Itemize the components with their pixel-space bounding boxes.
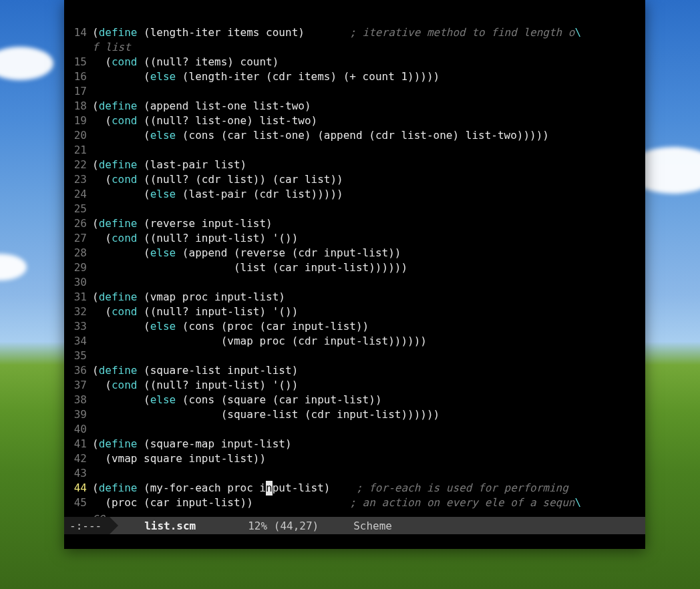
line-number: 40 [69,422,92,437]
code-text [92,143,641,158]
code-text: (cond ((null? input-list) '()) [92,378,641,393]
code-line[interactable]: 26(define (reverse input-list) [69,216,641,231]
code-text [92,349,641,363]
code-text: (square-list (cdr input-list)))))) [92,407,641,422]
code-text: (define (reverse input-list) [92,216,641,231]
line-number: 42 [69,451,92,466]
code-line[interactable]: 37 (cond ((null? input-list) '()) [69,378,641,393]
code-line[interactable]: 42 (vmap square input-list)) [69,451,641,466]
code-text [92,466,641,481]
line-number: 41 [69,437,92,451]
line-number: 32 [69,305,92,319]
code-buffer[interactable]: 14(define (length-iter items count) ; it… [64,0,645,517]
code-text: (define (append list-one list-two) [92,99,641,114]
line-number: 26 [69,216,92,231]
line-number: 43 [69,466,92,481]
code-line[interactable]: 16 (else (length-iter (cdr items) (+ cou… [69,69,641,84]
line-number: 14 [69,25,92,40]
code-line[interactable]: 44(define (my-for-each proc input-list) … [69,481,641,496]
code-line[interactable]: 41(define (square-map input-list) [69,437,641,451]
code-text: (vmap square input-list)) [92,451,641,466]
code-line[interactable]: 35 [69,349,641,363]
code-line[interactable]: 14(define (length-iter items count) ; it… [69,25,641,40]
line-number: 45 [69,496,92,510]
line-number: 23 [69,172,92,187]
code-line[interactable]: 20 (else (cons (car list-one) (append (c… [69,128,641,143]
line-number: 37 [69,378,92,393]
code-text: (define (square-map input-list) [92,437,641,451]
code-wrap-line[interactable]: ce [69,510,641,517]
code-line[interactable]: 30 [69,275,641,290]
line-number: 15 [69,55,92,69]
code-line[interactable]: 27 (cond ((null? input-list) '()) [69,231,641,246]
code-text: (else (cons (proc (car input-list)) [92,319,641,334]
code-wrap-line[interactable]: f list [69,40,641,55]
line-number: 21 [69,143,92,158]
code-line[interactable]: 24 (else (last-pair (cdr list))))) [69,187,641,202]
code-text: (cond ((null? input-list) '()) [92,305,641,319]
line-number: 28 [69,246,92,260]
code-line[interactable]: 25 [69,202,641,216]
code-text: (define (square-list input-list) [92,363,641,378]
line-number: 44 [69,481,92,496]
line-number: 19 [69,114,92,128]
line-number: 39 [69,407,92,422]
code-line[interactable]: 15 (cond ((null? items) count) [69,55,641,69]
code-line[interactable]: 19 (cond ((null? list-one) list-two) [69,114,641,128]
code-text: (define (last-pair list) [92,158,641,172]
code-text: (vmap proc (cdr input-list)))))) [92,334,641,349]
code-line[interactable]: 21 [69,143,641,158]
modeline: -:--- list.scm 12% (44,27) Scheme [64,517,645,534]
code-line[interactable]: 22(define (last-pair list) [69,158,641,172]
code-line[interactable]: 33 (else (cons (proc (car input-list)) [69,319,641,334]
line-number: 24 [69,187,92,202]
code-line[interactable]: 23 (cond ((null? (cdr list)) (car list)) [69,172,641,187]
code-line[interactable]: 17 [69,84,641,99]
code-text: (list (car input-list)))))) [92,260,641,275]
code-text: (cond ((null? input-list) '()) [92,231,641,246]
code-line[interactable]: 31(define (vmap proc input-list) [69,290,641,305]
code-line[interactable]: 28 (else (append (reverse (cdr input-lis… [69,246,641,260]
line-number: 30 [69,275,92,290]
line-number: 16 [69,69,92,84]
code-text: (cond ((null? items) count) [92,55,641,69]
code-text: (else (cons (square (car input-list)) [92,393,641,407]
modeline-status: -:--- [64,517,110,534]
line-number: 35 [69,349,92,363]
code-text: (define (my-for-each proc input-list) ; … [92,481,641,496]
code-text: (cond ((null? list-one) list-two) [92,114,641,128]
code-line[interactable]: 29 (list (car input-list)))))) [69,260,641,275]
code-text: (else (cons (car list-one) (append (cdr … [92,128,641,143]
line-number: 25 [69,202,92,216]
line-number: 22 [69,158,92,172]
modeline-position: 12% (44,27) [248,520,319,532]
code-line[interactable]: 34 (vmap proc (cdr input-list)))))) [69,334,641,349]
code-line[interactable]: 18(define (append list-one list-two) [69,99,641,114]
line-number: 27 [69,231,92,246]
modeline-mode: Scheme [353,520,392,532]
code-text [92,84,641,99]
code-text [92,202,641,216]
code-line[interactable]: 43 [69,466,641,481]
line-number: 18 [69,99,92,114]
code-text: (proc (car input-list)) ; an action on e… [92,496,641,510]
code-text [92,275,641,290]
line-number: 31 [69,290,92,305]
code-line[interactable]: 36(define (square-list input-list) [69,363,641,378]
line-number: 36 [69,363,92,378]
modeline-filename: list.scm [144,520,196,532]
code-text [92,422,641,437]
code-line[interactable]: 45 (proc (car input-list)) ; an action o… [69,496,641,510]
line-number: 20 [69,128,92,143]
code-text: (else (append (reverse (cdr input-list)) [92,246,641,260]
code-text: (define (length-iter items count) ; iter… [92,25,641,40]
code-text: (cond ((null? (cdr list)) (car list)) [92,172,641,187]
code-text: (else (last-pair (cdr list))))) [92,187,641,202]
line-number: 38 [69,393,92,407]
code-line[interactable]: 39 (square-list (cdr input-list)))))) [69,407,641,422]
code-line[interactable]: 32 (cond ((null? input-list) '()) [69,305,641,319]
code-line[interactable]: 40 [69,422,641,437]
minibuffer[interactable] [64,534,645,549]
code-line[interactable]: 38 (else (cons (square (car input-list)) [69,393,641,407]
code-text: (else (length-iter (cdr items) (+ count … [92,69,641,84]
